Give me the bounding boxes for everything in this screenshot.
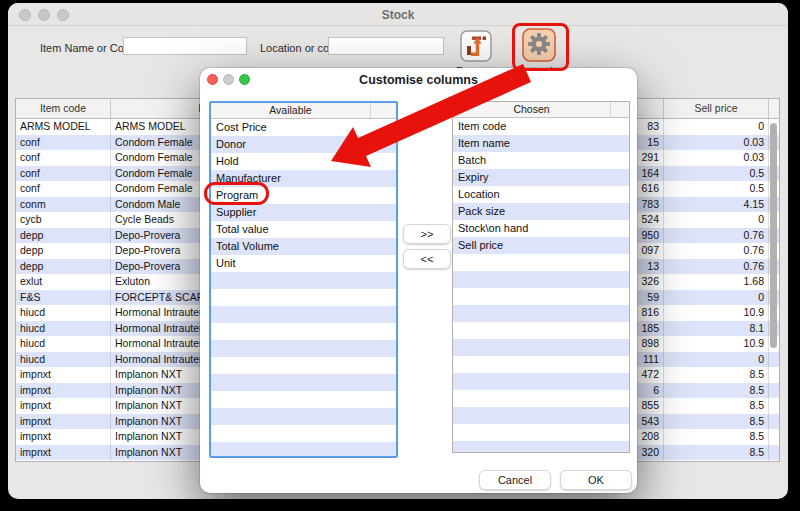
available-item[interactable]: Cost Price xyxy=(211,119,396,136)
window-titlebar: Stock xyxy=(8,3,788,26)
add-column-button[interactable]: >> xyxy=(403,224,451,244)
cell-gutter xyxy=(769,445,779,461)
empty-row xyxy=(211,442,396,458)
empty-row xyxy=(453,288,629,305)
cell-item-code: impnxt xyxy=(16,414,111,430)
column-header-item-code[interactable]: Item code xyxy=(16,99,111,118)
table-scrollbar-thumb[interactable] xyxy=(770,123,777,348)
chosen-item[interactable]: Pack size xyxy=(453,203,629,220)
empty-row xyxy=(211,323,396,340)
export-button[interactable] xyxy=(460,30,492,66)
cell-gutter xyxy=(769,352,779,368)
chosen-header-label: Chosen xyxy=(453,102,611,117)
chosen-item[interactable]: Item code xyxy=(453,118,629,135)
empty-row xyxy=(453,390,629,407)
cell-item-code: depp xyxy=(16,243,111,259)
available-item[interactable]: Supplier xyxy=(211,204,396,221)
customise-button[interactable] xyxy=(522,28,556,66)
empty-row xyxy=(453,305,629,322)
cell-sell-price: 8.5 xyxy=(664,367,769,383)
chosen-item[interactable]: Item name xyxy=(453,135,629,152)
cell-gutter xyxy=(769,429,779,445)
cell-gutter xyxy=(769,398,779,414)
cell-gutter xyxy=(769,460,779,461)
item-search-input[interactable] xyxy=(123,37,247,55)
cell-sell-price: 8.5 xyxy=(664,445,769,461)
empty-row xyxy=(211,425,396,442)
cell-item-code: impnxt xyxy=(16,383,111,399)
chosen-item[interactable]: Location xyxy=(453,186,629,203)
cell-item-code: conf xyxy=(16,181,111,197)
available-item[interactable]: Total value xyxy=(211,221,396,238)
ok-button[interactable]: OK xyxy=(560,470,632,490)
cell-sell-price: 8.5 xyxy=(664,429,769,445)
cell-item-code: exlut xyxy=(16,274,111,290)
empty-row xyxy=(453,271,629,288)
available-columns-list: Available Cost PriceDonorHoldManufacture… xyxy=(209,101,398,458)
item-search-label: Item Name or Code xyxy=(40,42,136,54)
cell-item-code: depp xyxy=(16,259,111,275)
remove-column-button[interactable]: << xyxy=(403,249,451,269)
gear-icon xyxy=(522,28,556,62)
column-header-gutter xyxy=(769,99,779,118)
empty-row xyxy=(211,272,396,289)
cell-sell-price: 0.76 xyxy=(664,243,769,259)
cell-item-code: impnxt xyxy=(16,398,111,414)
chosen-list-header: Chosen xyxy=(453,102,629,118)
cell-item-code: hiucd xyxy=(16,352,111,368)
cell-gutter xyxy=(769,367,779,383)
cell-sell-price: 8.5 xyxy=(664,383,769,399)
cell-item-code: hiucd xyxy=(16,305,111,321)
cell-sell-price: 8.5 xyxy=(664,414,769,430)
cell-gutter xyxy=(769,383,779,399)
chosen-item[interactable]: Sell price xyxy=(453,237,629,254)
cell-item-code: hiucd xyxy=(16,336,111,352)
cancel-button[interactable]: Cancel xyxy=(479,470,551,490)
cell-gutter xyxy=(769,414,779,430)
cell-sell-price: 0.76 xyxy=(664,228,769,244)
cell-sell-price: 0 xyxy=(664,119,769,135)
dialog-title: Customise columns xyxy=(200,73,637,87)
available-item[interactable]: Donor xyxy=(211,136,396,153)
column-header-sell-price[interactable]: Sell price xyxy=(664,99,769,118)
empty-row xyxy=(453,254,629,271)
available-item[interactable]: Total Volume xyxy=(211,238,396,255)
empty-row xyxy=(211,408,396,425)
empty-row xyxy=(211,391,396,408)
cell-item-code: impnxt xyxy=(16,367,111,383)
cell-sell-price: 8.5 xyxy=(664,398,769,414)
chosen-header-gutter xyxy=(611,102,629,117)
empty-row xyxy=(453,407,629,424)
chosen-item[interactable]: Expiry xyxy=(453,169,629,186)
cell-item-code: impnxt xyxy=(16,460,111,461)
cell-sell-price: 0.03 xyxy=(664,135,769,151)
available-list-header: Available xyxy=(211,103,396,119)
available-list-body: Cost PriceDonorHoldManufacturerProgramSu… xyxy=(211,119,396,458)
chosen-list-body: Item codeItem nameBatchExpiryLocationPac… xyxy=(453,118,629,453)
empty-row xyxy=(211,374,396,391)
empty-row xyxy=(453,373,629,390)
window-title: Stock xyxy=(8,8,788,22)
cell-item-code: conf xyxy=(16,135,111,151)
cell-item-code: impnxt xyxy=(16,429,111,445)
cell-sell-price: 0.5 xyxy=(664,181,769,197)
cell-sell-price: 10.9 xyxy=(664,336,769,352)
cell-sell-price: 0.5 xyxy=(664,166,769,182)
empty-row xyxy=(211,289,396,306)
empty-row xyxy=(453,356,629,373)
cell-sell-price: 0 xyxy=(664,290,769,306)
chosen-item[interactable]: Batch xyxy=(453,152,629,169)
export-icon xyxy=(460,30,492,62)
customise-columns-dialog: Customise columns Available Cost PriceDo… xyxy=(200,68,637,493)
cell-sell-price: 8.1 xyxy=(664,321,769,337)
chosen-columns-list: Chosen Item codeItem nameBatchExpiryLoca… xyxy=(452,101,630,453)
cell-item-code: hiucd xyxy=(16,321,111,337)
available-item[interactable]: Manufacturer xyxy=(211,170,396,187)
location-search-input[interactable] xyxy=(328,37,444,55)
available-item[interactable]: Program xyxy=(211,187,396,204)
available-item[interactable]: Unit xyxy=(211,255,396,272)
cell-sell-price: 8.5 xyxy=(664,460,769,461)
chosen-item[interactable]: Stock\on hand xyxy=(453,220,629,237)
available-item[interactable]: Hold xyxy=(211,153,396,170)
cell-sell-price: 10.9 xyxy=(664,305,769,321)
